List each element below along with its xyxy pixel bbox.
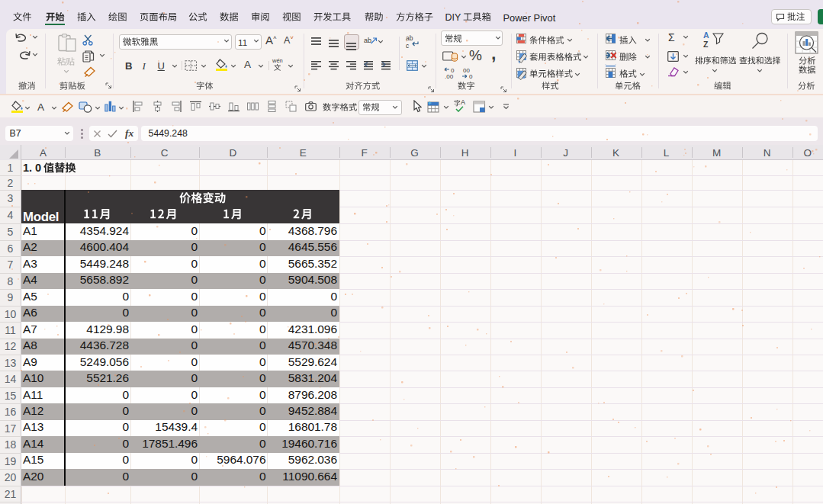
svg-text:.00: .00 [445, 73, 454, 79]
svg-text:0: 0 [469, 73, 473, 79]
